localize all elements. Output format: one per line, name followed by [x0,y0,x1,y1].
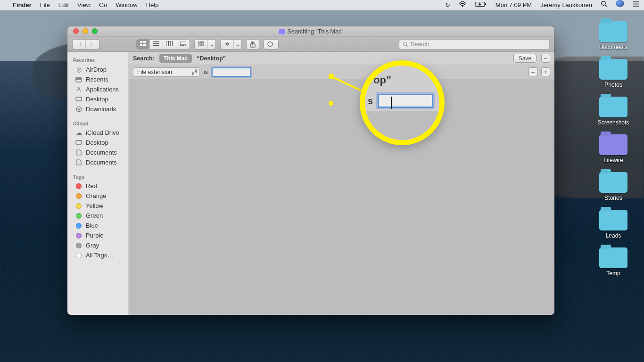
sidebar-item-icloud-drive[interactable]: ☁︎iCloud Drive [67,128,128,138]
remove-search-button[interactable]: – [541,54,550,63]
magnifier-header-fragment: op” [373,74,439,86]
menu-view[interactable]: View [73,0,95,10]
sidebar-item-label: Applications [86,86,119,93]
dropdown-value: File extension [137,69,172,75]
window-title: Searching “This Mac” [279,28,344,35]
sidebar-item-label: Documents [86,149,117,156]
text-cursor-icon [391,97,392,109]
sidebar-tag-red[interactable]: Red [67,181,128,191]
scope-desktop[interactable]: “Desktop” [197,55,226,62]
sidebar-tag-purple[interactable]: Purple [67,230,128,240]
desktop-folder-leads[interactable]: Leads [599,210,627,239]
siri-icon[interactable] [611,0,628,10]
remove-criteria-button[interactable]: – [528,67,537,76]
zoom-button[interactable] [92,28,98,34]
minimize-button[interactable] [83,28,88,34]
chevron-down-icon: ⌄ [208,40,215,49]
app-name[interactable]: Finder [8,0,36,10]
svg-rect-17 [171,41,173,46]
menu-file[interactable]: File [36,0,54,10]
callout-dot [329,74,334,79]
desktop-icon [75,97,83,102]
svg-rect-10 [140,44,142,46]
desktop-folder-photos[interactable]: Photos [599,59,627,88]
action-menu[interactable]: ✲ ⌄ [220,39,242,49]
sidebar-item-applications[interactable]: AApplications [67,84,128,94]
desktop-folder-lifewire[interactable]: Lifewire [599,134,627,164]
add-criteria-button[interactable]: + [541,67,550,76]
tag-dot-icon [75,193,83,199]
sidebar-tag-orange[interactable]: Orange [67,191,128,201]
nav-back-forward: 〈 〉 [72,39,99,49]
sidebar-item-recents[interactable]: Recents [67,74,128,84]
search-scope-bar: Search: This Mac “Desktop” Save – [129,52,554,65]
view-icon-button[interactable] [137,40,150,49]
smart-folder-icon [279,29,285,34]
sidebar-item-label: Downloads [86,106,116,113]
finder-search-field[interactable]: Search [399,39,550,49]
sidebar-item-label: Orange [86,192,106,199]
notification-center-icon[interactable] [628,0,644,10]
sidebar-all-tags[interactable]: All Tags… [67,250,128,260]
tag-dot-icon [75,243,83,248]
forward-button[interactable]: 〉 [86,40,99,49]
sidebar-tag-gray[interactable]: Gray [67,240,128,250]
svg-line-29 [406,45,408,47]
sidebar-tag-yellow[interactable]: Yellow [67,201,128,211]
menu-edit[interactable]: Edit [54,0,73,10]
sidebar-item-label: iCloud Drive [86,129,119,136]
view-column-button[interactable] [163,40,176,49]
menubar-user[interactable]: Jeremy Laukkonen [536,0,596,10]
svg-rect-19 [180,45,182,46]
all-tags-icon [75,253,83,258]
time-machine-icon[interactable]: ↻ [441,0,454,10]
chevron-down-icon: ⌄ [234,40,241,49]
save-search-button[interactable]: Save [513,54,537,63]
spotlight-icon[interactable] [596,0,611,10]
svg-rect-27 [268,42,272,46]
gear-icon: ✲ [221,40,234,49]
tags-button[interactable] [264,39,279,49]
sidebar-item-downloads[interactable]: Downloads [67,104,128,114]
desktop-folder-temp[interactable]: Temp [599,247,627,277]
magnifier-results-area [365,111,439,140]
window-titlebar[interactable]: Searching “This Mac” [67,26,554,37]
sidebar-item-icloud-documents[interactable]: Documents [67,148,128,157]
sidebar-item-label: Desktop [86,96,108,103]
scope-label: Search: [133,55,155,62]
wifi-icon[interactable] [454,0,471,10]
menubar-clock[interactable]: Mon 7:09 PM [491,0,536,10]
sidebar-item-label: All Tags… [86,252,113,259]
sidebar-tag-green[interactable]: Green [67,211,128,221]
menu-window[interactable]: Window [111,0,141,10]
desktop-folder-screenshots[interactable]: Screenshots [598,97,629,126]
scope-this-mac[interactable]: This Mac [159,54,192,63]
share-button[interactable] [246,39,259,49]
sidebar-item-icloud-documents-2[interactable]: Documents [67,157,128,167]
desktop-folder-documents[interactable]: Documents [599,21,628,50]
criteria-attribute-dropdown[interactable]: File extension ˄˅ [133,67,200,77]
sidebar-tag-blue[interactable]: Blue [67,221,128,230]
svg-rect-15 [166,41,168,46]
menu-help[interactable]: Help [142,0,163,10]
applications-icon: A [75,86,83,93]
tag-dot-icon [75,213,83,219]
menu-go[interactable]: Go [95,0,111,10]
sidebar-item-desktop[interactable]: Desktop [67,94,128,104]
group-by-menu[interactable]: ⌄ [194,39,216,49]
sidebar-item-airdrop[interactable]: ◎AirDrop [67,65,128,74]
desktop-folder-stories[interactable]: Stories [599,172,627,201]
view-list-button[interactable] [150,40,163,49]
view-gallery-button[interactable] [176,40,190,49]
tag-dot-icon [75,183,83,189]
magnifier-value-input[interactable] [378,94,433,108]
tag-dot-icon [75,203,83,209]
sidebar-item-icloud-desktop[interactable]: Desktop [67,138,128,148]
back-button[interactable]: 〈 [73,40,86,49]
battery-icon[interactable] [471,0,491,10]
close-button[interactable] [73,28,79,34]
criteria-value-input[interactable] [212,67,251,77]
magnifier-callout: op” s [360,60,445,145]
svg-rect-16 [169,41,171,46]
recents-icon [75,77,83,82]
